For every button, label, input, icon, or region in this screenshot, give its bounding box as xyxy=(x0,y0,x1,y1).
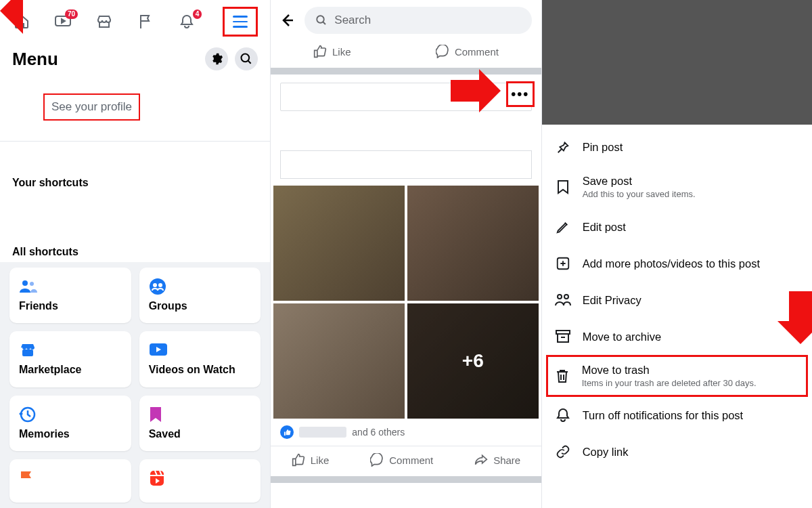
option-sub: Add this to your saved items. xyxy=(583,189,696,199)
post-photo[interactable] xyxy=(407,186,539,301)
option-label: Pin post xyxy=(583,141,623,154)
top-nav: 70 4 xyxy=(0,0,270,41)
pencil-icon xyxy=(554,218,572,236)
memories-icon xyxy=(19,405,122,424)
option-edit-privacy[interactable]: Edit Privacy xyxy=(549,282,805,318)
settings-button[interactable] xyxy=(205,47,228,70)
bell-badge: 4 xyxy=(193,9,202,19)
marketplace-icon[interactable] xyxy=(95,12,114,31)
post-photo-more[interactable]: +6 xyxy=(407,303,539,419)
tile-label: Friends xyxy=(19,300,122,312)
tile-videos[interactable]: Videos on Watch xyxy=(139,331,261,387)
flag-icon[interactable] xyxy=(136,12,155,31)
reels-icon xyxy=(149,469,252,488)
tile-label: Marketplace xyxy=(19,364,122,376)
post-options-list: Pin post Save post Add this to your save… xyxy=(542,125,812,470)
svg-rect-15 xyxy=(556,331,570,334)
search-placeholder: Search xyxy=(334,14,371,27)
watch-icon[interactable]: 70 xyxy=(53,12,72,31)
trash-icon xyxy=(554,367,571,385)
tile-saved[interactable]: Saved xyxy=(139,396,261,451)
comment-label: Comment xyxy=(455,46,499,58)
svg-point-3 xyxy=(30,282,34,286)
comment-icon xyxy=(436,45,449,58)
post-header: ••• xyxy=(271,75,541,114)
option-edit-post[interactable]: Edit post xyxy=(549,209,805,245)
svg-point-1 xyxy=(242,54,250,62)
option-move-to-trash[interactable]: Move to trash Items in your trash are de… xyxy=(546,355,808,397)
more-photos-overlay: +6 xyxy=(407,303,539,419)
link-icon xyxy=(554,443,572,461)
like-icon xyxy=(313,45,327,58)
post-photo-grid[interactable]: +6 xyxy=(271,186,541,419)
svg-point-6 xyxy=(158,283,162,287)
all-shortcuts-label: All shortcuts xyxy=(0,234,270,262)
svg-point-2 xyxy=(22,280,28,286)
bell-off-icon xyxy=(554,406,572,424)
tile-memories[interactable]: Memories xyxy=(9,396,131,451)
option-archive[interactable]: Move to archive xyxy=(549,318,805,355)
share-action[interactable]: Share xyxy=(474,453,520,467)
bell-icon[interactable]: 4 xyxy=(177,12,196,31)
option-copy-link[interactable]: Copy link xyxy=(549,433,805,470)
option-pin-post[interactable]: Pin post xyxy=(549,129,805,165)
option-turn-off-notifications[interactable]: Turn off notifications for this post xyxy=(549,397,805,433)
like-action[interactable]: Like xyxy=(313,45,351,58)
pin-icon xyxy=(554,138,572,156)
tile-reels[interactable] xyxy=(139,459,261,503)
comment-action[interactable]: Comment xyxy=(370,453,433,467)
tile-marketplace[interactable]: Marketplace xyxy=(9,331,131,387)
archive-icon xyxy=(554,328,572,345)
option-add-photos[interactable]: Add more photos/videos to this post xyxy=(549,245,805,282)
hamburger-icon xyxy=(233,16,248,28)
option-label: Turn off notifications for this post xyxy=(583,409,744,422)
post-text-placeholder xyxy=(280,150,531,179)
privacy-icon xyxy=(554,291,572,309)
share-label: Share xyxy=(493,454,520,466)
share-icon xyxy=(474,453,488,467)
svg-point-5 xyxy=(153,283,157,287)
your-shortcuts-label: Your shortcuts xyxy=(0,165,270,193)
option-save-post[interactable]: Save post Add this to your saved items. xyxy=(549,165,805,209)
reactions-suffix: and 6 others xyxy=(352,427,405,438)
post-photo[interactable] xyxy=(273,186,405,301)
option-label: Save post xyxy=(583,175,696,188)
hamburger-menu-button[interactable] xyxy=(223,7,258,37)
back-icon[interactable] xyxy=(277,11,296,30)
shortcut-grid: Friends Groups Marketplace Videos on Wat… xyxy=(0,262,270,508)
menu-title: Menu xyxy=(12,49,58,70)
option-label: Edit Privacy xyxy=(583,294,641,307)
menu-header: Menu xyxy=(0,41,270,75)
like-reaction-icon xyxy=(280,425,294,439)
search-input[interactable]: Search xyxy=(304,7,531,34)
tile-pages[interactable] xyxy=(9,459,131,503)
svg-rect-7 xyxy=(22,350,33,356)
like-label: Like xyxy=(311,454,330,466)
comment-label: Comment xyxy=(389,454,433,466)
see-profile-link[interactable]: See your profile xyxy=(43,93,140,121)
svg-point-11 xyxy=(317,16,325,23)
post-photo[interactable] xyxy=(273,303,405,419)
search-icon xyxy=(315,14,328,26)
option-label: Move to archive xyxy=(583,331,661,343)
tile-groups[interactable]: Groups xyxy=(139,268,261,323)
panel-post-menu: Pin post Save post Add this to your save… xyxy=(541,0,812,508)
add-photo-icon xyxy=(554,255,572,272)
reactions-row[interactable]: and 6 others xyxy=(271,419,541,442)
option-sub: Items in your trash are deleted after 30… xyxy=(582,378,757,388)
saved-icon xyxy=(149,405,252,424)
menu-search-button[interactable] xyxy=(235,47,258,70)
watch-badge: 70 xyxy=(65,9,78,19)
profile-row[interactable]: See your profile xyxy=(0,75,270,142)
marketplace-tile-icon xyxy=(19,341,122,360)
post-menu-button[interactable]: ••• xyxy=(506,81,535,107)
option-label: Edit post xyxy=(583,221,626,234)
option-label: Move to trash xyxy=(582,364,757,377)
comment-action[interactable]: Comment xyxy=(436,45,499,58)
svg-point-4 xyxy=(150,278,166,295)
like-action[interactable]: Like xyxy=(292,453,330,467)
feed-separator xyxy=(271,68,541,75)
tile-friends[interactable]: Friends xyxy=(9,268,131,323)
search-row: Search xyxy=(271,0,541,38)
tile-label: Videos on Watch xyxy=(149,364,252,376)
